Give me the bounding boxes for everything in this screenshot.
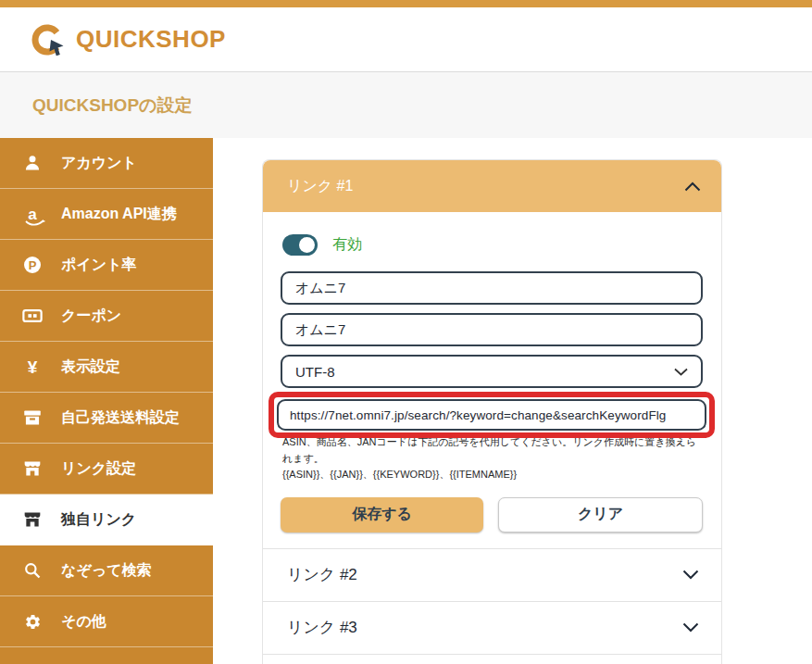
- sidebar-item-label: ポイント率: [61, 256, 137, 275]
- point-badge-icon: P: [22, 255, 43, 275]
- link-url-input[interactable]: [277, 399, 706, 431]
- settings-sidebar: アカウント a Amazon API連携 P ポイント率 クーポン ¥ 表示設定: [0, 138, 213, 664]
- chevron-down-icon: [674, 368, 688, 376]
- main-content: リンク #1 有効 UTF-8: [213, 138, 812, 664]
- amazon-icon: a: [22, 204, 43, 224]
- help-line-2: {{ASIN}}、{{JAN}}、{{KEYWORD}}、{{ITEMNAME}…: [282, 467, 703, 483]
- sidebar-item-label: Amazon API連携: [61, 205, 177, 224]
- save-button[interactable]: 保存する: [281, 497, 483, 532]
- toggle-knob: [299, 237, 315, 253]
- accordion-link-4-header[interactable]: リンク #4: [263, 654, 721, 664]
- chevron-up-icon: [684, 182, 701, 192]
- chevron-down-icon: [682, 622, 699, 633]
- encoding-selected-value: UTF-8: [295, 364, 335, 380]
- sidebar-item-trace-search[interactable]: なぞって検索: [0, 545, 213, 596]
- encoding-select[interactable]: UTF-8: [281, 355, 703, 388]
- sidebar-item-link-settings[interactable]: リンク設定: [0, 444, 213, 495]
- sidebar-item-partial: [0, 647, 213, 664]
- user-icon: [22, 153, 43, 173]
- sidebar-item-label: なぞって検索: [61, 561, 152, 581]
- sidebar-item-coupon[interactable]: クーポン: [0, 291, 213, 342]
- accordion-link-3-header[interactable]: リンク #3: [263, 601, 721, 654]
- sidebar-item-amazon-api[interactable]: a Amazon API連携: [0, 189, 213, 240]
- settings-title-bar: QUICKSHOPの設定: [0, 72, 812, 138]
- storefront-icon: [22, 509, 43, 530]
- sidebar-item-label: アカウント: [61, 154, 137, 173]
- yen-icon: ¥: [22, 357, 43, 377]
- sidebar-item-custom-links[interactable]: 独自リンク: [0, 495, 213, 545]
- content-layout: アカウント a Amazon API連携 P ポイント率 クーポン ¥ 表示設定: [0, 138, 812, 664]
- sidebar-item-self-shipping[interactable]: 自己発送送料設定: [0, 393, 213, 444]
- enabled-label: 有効: [332, 235, 362, 255]
- app-header: QUICKSHOP: [0, 7, 812, 72]
- help-line-1: ASIN、商品名、JANコードは下記の記号を代用してください。リンク作成時に置き…: [282, 434, 703, 467]
- accordion-title: リンク #2: [287, 564, 357, 585]
- sidebar-item-others[interactable]: その他: [0, 596, 213, 647]
- gear-icon: [22, 611, 43, 632]
- sidebar-item-label: 表示設定: [61, 357, 120, 377]
- red-highlight-annotation: [269, 392, 715, 438]
- sidebar-item-label: 独自リンク: [61, 510, 136, 530]
- accordion-title: リンク #1: [287, 177, 353, 196]
- quickshop-logo-icon: [28, 20, 67, 59]
- sidebar-item-display-settings[interactable]: ¥ 表示設定: [0, 342, 213, 393]
- enabled-toggle[interactable]: [282, 234, 318, 256]
- search-icon: [22, 560, 43, 581]
- coupon-icon: [22, 306, 43, 326]
- sidebar-item-account[interactable]: アカウント: [0, 138, 213, 189]
- sidebar-item-label: 自己発送送料設定: [61, 408, 180, 428]
- sidebar-item-label: クーポン: [61, 307, 121, 326]
- accordion-link-1-header[interactable]: リンク #1: [263, 160, 721, 212]
- placeholder-help-text: ASIN、商品名、JANコードは下記の記号を代用してください。リンク作成時に置き…: [282, 434, 703, 483]
- package-icon: [22, 407, 43, 428]
- links-card: リンク #1 有効 UTF-8: [262, 159, 722, 664]
- storefront-icon: [22, 458, 43, 479]
- page-title: QUICKSHOPの設定: [32, 94, 193, 118]
- link-1-form: 有効 UTF-8 ASIN、商品名、JANコードは下記の記号を代用してください。…: [263, 212, 721, 532]
- top-accent-bar: [0, 0, 812, 7]
- clear-button[interactable]: クリア: [498, 497, 703, 532]
- sidebar-item-label: リンク設定: [61, 459, 136, 479]
- sidebar-item-point-rate[interactable]: P ポイント率: [0, 240, 213, 291]
- accordion-title: リンク #3: [287, 617, 357, 638]
- accordion-link-2-header[interactable]: リンク #2: [263, 548, 721, 601]
- link-display-name-input[interactable]: [281, 313, 703, 346]
- chevron-down-icon: [682, 570, 699, 580]
- link-name-input[interactable]: [281, 271, 703, 305]
- brand-title: QUICKSHOP: [76, 25, 226, 54]
- sidebar-item-label: その他: [61, 612, 106, 632]
